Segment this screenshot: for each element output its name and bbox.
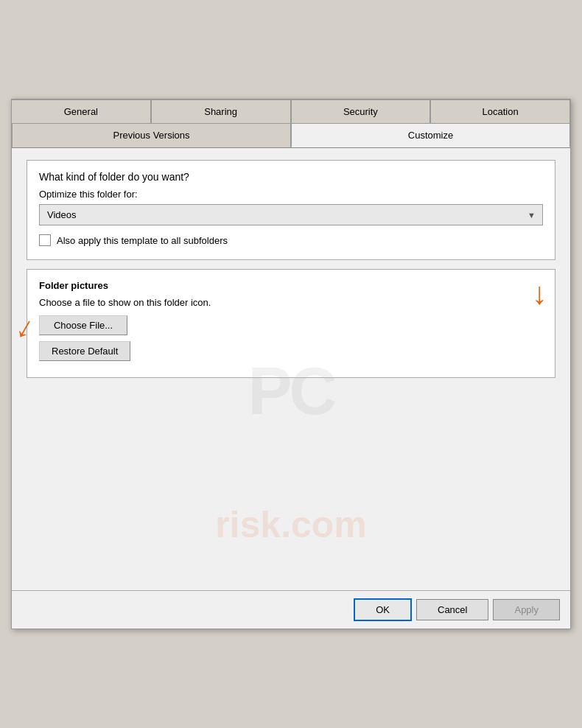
annotation-arrow-right: ↑ (532, 282, 547, 313)
optimize-dropdown[interactable]: General Items Documents Pictures Music V… (39, 204, 543, 225)
tab-security[interactable]: Security (291, 99, 431, 123)
tab-customize[interactable]: Customize (291, 123, 570, 147)
checkbox-label: Also apply this template to all subfolde… (57, 235, 228, 246)
watermark-risk: risk.com (215, 503, 367, 546)
apply-button[interactable]: Apply (493, 599, 560, 620)
restore-default-button[interactable]: Restore Default (39, 341, 130, 361)
ok-button[interactable]: OK (354, 598, 412, 621)
content-area: PC risk.com What kind of folder do you w… (12, 148, 570, 590)
folder-pictures-title: Folder pictures (39, 280, 543, 291)
subfolders-checkbox[interactable] (39, 234, 51, 246)
choose-file-button[interactable]: Choose File... (39, 315, 127, 335)
annotation-arrow-left: ↑ (16, 315, 32, 346)
checkbox-row: Also apply this template to all subfolde… (39, 234, 543, 246)
folder-pictures-desc: Choose a file to show on this folder ico… (39, 297, 543, 308)
tab-previous-versions[interactable]: Previous Versions (12, 123, 291, 147)
tab-location[interactable]: Location (430, 99, 570, 123)
dialog-footer: OK Cancel Apply (12, 590, 570, 629)
tab-row-2: Previous Versions Customize (12, 123, 570, 148)
tab-sharing[interactable]: Sharing (151, 99, 291, 123)
question-text: What kind of folder do you want? (39, 171, 543, 183)
tab-row-1: General Sharing Security Location (12, 99, 570, 123)
folder-pictures-section: Folder pictures Choose a file to show on… (27, 269, 555, 378)
dropdown-wrapper: General Items Documents Pictures Music V… (39, 204, 543, 225)
optimize-label: Optimize this folder for: (39, 189, 543, 200)
tab-general[interactable]: General (12, 99, 151, 123)
optimize-section: What kind of folder do you want? Optimiz… (27, 160, 555, 260)
dialog-window: General Sharing Security Location Previo… (11, 99, 571, 629)
cancel-button[interactable]: Cancel (416, 599, 488, 620)
